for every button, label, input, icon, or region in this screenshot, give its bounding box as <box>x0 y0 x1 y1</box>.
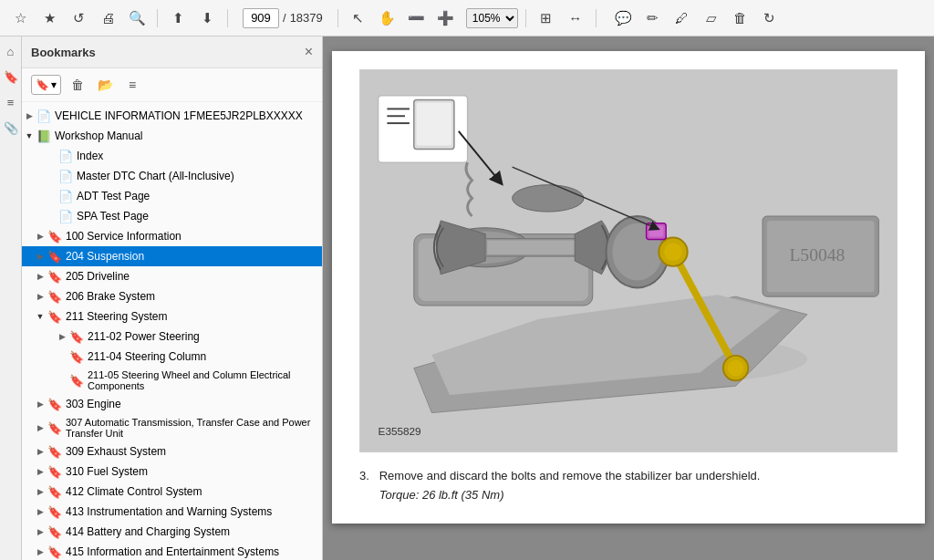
tree-label-adt-test: ADT Test Page <box>77 190 150 202</box>
forward-btn[interactable]: ⬇ <box>194 5 220 31</box>
comment-btn[interactable]: 💬 <box>611 5 637 31</box>
expand-spa-test <box>44 209 58 223</box>
expand-412: ▶ <box>33 484 47 499</box>
tree-item-206-brake[interactable]: ▶ 🔖 206 Brake System <box>22 286 322 306</box>
fit-width-btn[interactable]: ↔ <box>563 5 588 31</box>
page-total: 18379 <box>290 11 323 25</box>
torque-label: Torque <box>379 488 416 502</box>
tree-container: ▶ 📄 VEHICLE INFORMATION 1FMEE5JR2PLBXXXX… <box>22 102 322 560</box>
tree-item-307-trans[interactable]: ▶ 🔖 307 Automatic Transmission, Transfer… <box>22 414 322 441</box>
torque-value: : 26 lb.ft (35 Nm) <box>416 488 504 502</box>
tree-item-100-service[interactable]: ▶ 🔖 100 Service Information <box>22 226 322 246</box>
expand-414: ▶ <box>33 524 47 539</box>
expand-adt-test <box>44 189 58 203</box>
rotate-btn[interactable]: ↻ <box>757 5 783 31</box>
diagram-svg: L50048 <box>360 70 897 451</box>
highlight-btn[interactable]: 🖊 <box>669 5 695 31</box>
bookmark-icon-415: 🔖 <box>47 545 62 559</box>
tree-item-310-fuel[interactable]: ▶ 🔖 310 Fuel System <box>22 461 322 482</box>
diagram-container: L50048 <box>359 69 898 452</box>
bookmark-icon-211-04: 🔖 <box>69 350 84 364</box>
svg-rect-17 <box>649 226 664 237</box>
svg-point-21 <box>513 185 584 212</box>
home-btn[interactable]: ⌂ <box>2 42 20 60</box>
tree-item-303-engine[interactable]: ▶ 🔖 303 Engine <box>22 394 322 414</box>
delete-bookmark-btn[interactable]: 🗑 <box>67 74 88 96</box>
tree-item-414-battery[interactable]: ▶ 🔖 414 Battery and Charging System <box>22 522 322 542</box>
zoom-control: 105% 50% 75% 100% 125% 150% 200% <box>466 8 518 28</box>
expand-310: ▶ <box>33 464 47 479</box>
page-icon-index: 📄 <box>58 150 73 163</box>
shapes-btn[interactable]: ▱ <box>699 5 724 31</box>
bookmark-icon-211-05: 🔖 <box>69 374 84 388</box>
tree-item-204-suspension[interactable]: ▶ 🔖 204 Suspension <box>22 246 322 266</box>
delete-btn[interactable]: 🗑 <box>728 5 753 31</box>
add-bookmark-dropdown[interactable]: 🔖 ▾ <box>31 75 61 95</box>
svg-point-15 <box>728 360 744 377</box>
tree-item-205-driveline[interactable]: ▶ 🔖 205 Driveline <box>22 266 322 286</box>
tree-label-412: 412 Climate Control System <box>66 485 202 498</box>
layers-btn[interactable]: ≡ <box>2 93 20 111</box>
tree-item-211-04[interactable]: 🔖 211-04 Steering Column <box>22 347 322 367</box>
tree-label-index: Index <box>77 150 103 162</box>
tree-label-211-05: 211-05 Steering Wheel and Column Electri… <box>88 369 318 391</box>
back-btn[interactable]: ⬆ <box>165 5 191 31</box>
zoom-select[interactable]: 105% 50% 75% 100% 125% 150% 200% <box>466 8 518 28</box>
zoom-out-page-btn[interactable]: 🔍 <box>124 5 150 31</box>
print-btn[interactable]: 🖨 <box>95 5 120 31</box>
tree-label-master-dtc: Master DTC Chart (All-Inclusive) <box>77 170 234 182</box>
svg-rect-27 <box>417 103 451 146</box>
tree-item-master-dtc[interactable]: 📄 Master DTC Chart (All-Inclusive) <box>22 166 322 186</box>
zoom-out-btn[interactable]: ➖ <box>404 5 430 31</box>
bookmark-icon-414: 🔖 <box>47 525 62 539</box>
sidebar-header: Bookmarks × <box>22 36 322 68</box>
tree-label-307: 307 Automatic Transmission, Transfer Cas… <box>66 417 318 439</box>
page-icon-adt: 📄 <box>58 190 73 203</box>
tree-item-index[interactable]: 📄 Index <box>22 146 322 166</box>
tree-item-211-02[interactable]: ▶ 🔖 211-02 Power Steering <box>22 327 322 347</box>
tree-item-412-climate[interactable]: ▶ 🔖 412 Climate Control System <box>22 482 322 502</box>
refresh-btn[interactable]: ↺ <box>66 5 91 31</box>
bookmark-icon-412: 🔖 <box>47 485 62 499</box>
content-area[interactable]: L50048 <box>323 36 934 560</box>
attach-btn[interactable]: 📎 <box>2 119 20 137</box>
bookmark-panel-btn[interactable]: 🔖 <box>2 67 20 86</box>
step-number: 3. <box>359 469 369 482</box>
properties-btn[interactable]: ≡ <box>121 74 143 96</box>
tree-item-adt-test[interactable]: 📄 ADT Test Page <box>22 186 322 206</box>
pan-tool-btn[interactable]: ✋ <box>375 5 400 31</box>
tree-item-211-05[interactable]: 🔖 211-05 Steering Wheel and Column Elect… <box>22 367 322 394</box>
tree-item-309-exhaust[interactable]: ▶ 🔖 309 Exhaust System <box>22 441 322 461</box>
toolbar: ☆ ★ ↺ 🖨 🔍 ⬆ ⬇ 909 / 18379 ↖ ✋ ➖ ➕ 105% 5… <box>0 0 934 36</box>
star-btn[interactable]: ★ <box>36 5 62 31</box>
expand-211: ▼ <box>33 309 47 324</box>
zoom-in-btn[interactable]: ➕ <box>433 5 459 31</box>
expand-309: ▶ <box>33 444 47 459</box>
tree-label-211-02: 211-02 Power Steering <box>88 330 200 343</box>
tree-label-vehicle-info: VEHICLE INFORMATION 1FMEE5JR2PLBXXXXX <box>55 109 303 122</box>
torque-paragraph: Torque: 26 lb.ft (35 Nm) <box>359 486 898 505</box>
expand-all-btn[interactable]: 📂 <box>94 74 116 96</box>
tree-item-211-steering[interactable]: ▼ 🔖 211 Steering System <box>22 306 322 327</box>
tree-item-413-instrumentation[interactable]: ▶ 🔖 413 Instrumentation and Warning Syst… <box>22 502 322 522</box>
tree-label-workshop-manual: Workshop Manual <box>55 130 143 142</box>
expand-204: ▶ <box>33 249 47 264</box>
bookmark-star-btn[interactable]: ☆ <box>7 5 33 31</box>
tree-label-303: 303 Engine <box>66 398 121 410</box>
separator-5 <box>596 9 597 27</box>
page-input[interactable]: 909 <box>243 8 279 28</box>
tree-label-spa-test: SPA Test Page <box>77 210 149 223</box>
bookmark-icon-100: 🔖 <box>47 230 62 244</box>
doc-icon: 📄 <box>36 109 51 123</box>
draw-btn[interactable]: ✏ <box>640 5 666 31</box>
select-tool-btn[interactable]: ↖ <box>346 5 371 31</box>
page-icon-spa: 📄 <box>58 210 73 223</box>
fit-page-btn[interactable]: ⊞ <box>534 5 559 31</box>
tree-item-spa-test[interactable]: 📄 SPA Test Page <box>22 206 322 226</box>
tree-item-workshop-manual[interactable]: ▼ 📗 Workshop Manual <box>22 126 322 146</box>
sidebar-close-btn[interactable]: × <box>305 44 313 60</box>
tree-item-vehicle-info[interactable]: ▶ 📄 VEHICLE INFORMATION 1FMEE5JR2PLBXXXX… <box>22 106 322 126</box>
torque-text: Torque: 26 lb.ft (35 Nm) <box>359 488 503 502</box>
tree-item-415-entertainment[interactable]: ▶ 🔖 415 Information and Entertainment Sy… <box>22 542 322 560</box>
left-strip: ⌂ 🔖 ≡ 📎 <box>0 36 22 560</box>
